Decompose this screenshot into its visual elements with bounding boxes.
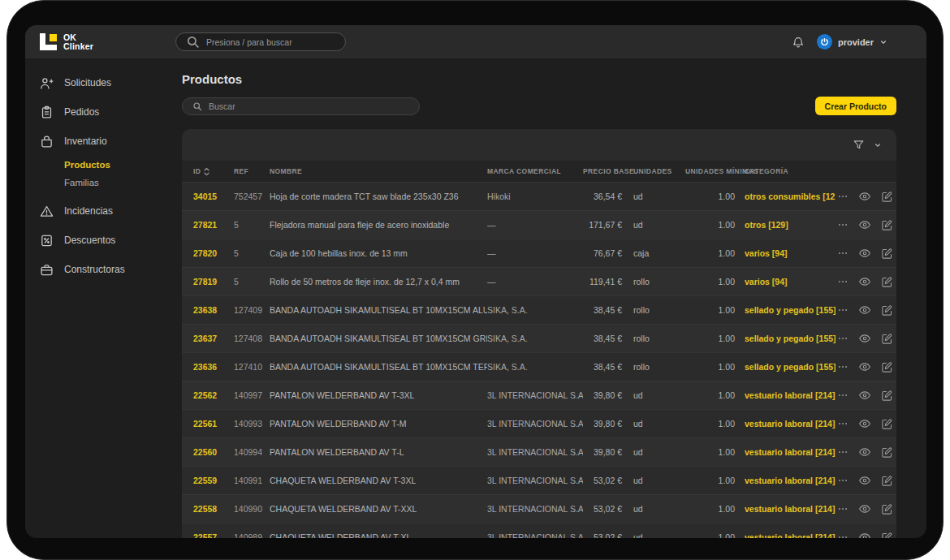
row-view-eye-button[interactable]: [857, 360, 872, 374]
product-id-link[interactable]: 22558: [193, 504, 234, 514]
table-row[interactable]: 27819 5 Rollo de 50 metros de fleje inox…: [182, 267, 896, 295]
row-edit-button[interactable]: [879, 530, 894, 538]
table-row[interactable]: 23636 127410 BANDA AUTOADH SIKAMULTISEAL…: [182, 352, 896, 381]
table-row[interactable]: 27821 5 Flejadora manual para fleje de a…: [182, 210, 896, 239]
sidebar-item-inventario[interactable]: Inventario: [25, 127, 182, 156]
product-category-link[interactable]: sellado y pegado [155]: [735, 362, 836, 372]
row-more-button[interactable]: [836, 303, 850, 317]
row-view-eye-button[interactable]: [857, 331, 872, 346]
row-edit-button[interactable]: [879, 473, 894, 488]
row-view-eye-button[interactable]: [857, 246, 872, 261]
product-id-link[interactable]: 27821: [193, 220, 234, 230]
product-category-link[interactable]: vestuario laboral [214]: [735, 476, 836, 485]
product-id-link[interactable]: 22561: [193, 419, 234, 429]
sidebar-item-solicitudes[interactable]: Solicitudes: [25, 68, 182, 97]
row-view-eye-button[interactable]: [857, 416, 872, 431]
product-category-link[interactable]: vestuario laboral [214]: [735, 390, 836, 400]
row-edit-button[interactable]: [879, 445, 894, 459]
product-id-link[interactable]: 23636: [193, 362, 234, 372]
row-more-button[interactable]: [836, 331, 850, 346]
sidebar-item-productos[interactable]: Productos: [64, 156, 182, 174]
product-category-link[interactable]: otros [129]: [735, 220, 836, 230]
sidebar-item-familias[interactable]: Familias: [64, 174, 182, 192]
row-view-eye-button[interactable]: [857, 274, 872, 289]
row-more-button[interactable]: [836, 246, 850, 261]
product-id-link[interactable]: 27820: [193, 248, 234, 258]
table-row[interactable]: 22558 140990 CHAQUETA WELDERBAND AV T-XX…: [182, 494, 896, 523]
product-category-link[interactable]: otros consumibles [121]: [735, 192, 836, 201]
product-id-link[interactable]: 22557: [193, 532, 234, 538]
sidebar-item-incidencias[interactable]: Incidencias: [25, 196, 182, 226]
filter-chevron-icon[interactable]: [870, 138, 885, 153]
row-edit-button[interactable]: [879, 218, 894, 232]
global-search[interactable]: [175, 32, 346, 51]
row-more-button[interactable]: [836, 274, 850, 289]
row-view-eye-button[interactable]: [857, 303, 872, 317]
product-category-link[interactable]: varios [94]: [735, 277, 836, 286]
product-category-link[interactable]: vestuario laboral [214]: [735, 532, 836, 538]
product-id-link[interactable]: 22562: [193, 390, 234, 400]
product-id-link[interactable]: 22559: [193, 476, 234, 485]
product-category-link[interactable]: vestuario laboral [214]: [735, 419, 836, 429]
product-id-link[interactable]: 34015: [193, 192, 234, 201]
row-more-button[interactable]: [836, 530, 850, 538]
table-row[interactable]: 22562 140997 PANTALON WELDERBAND AV T-3X…: [182, 381, 896, 409]
sidebar-item-pedidos[interactable]: Pedidos: [25, 97, 182, 127]
product-id-link[interactable]: 23637: [193, 334, 234, 343]
table-row[interactable]: 22561 140993 PANTALON WELDERBAND AV T-M …: [182, 409, 896, 437]
row-more-button[interactable]: [836, 502, 850, 516]
row-view-eye-button[interactable]: [857, 502, 872, 516]
product-price: 38,45 €: [583, 334, 622, 343]
global-search-input[interactable]: [206, 37, 335, 47]
table-row[interactable]: 22560 140994 PANTALON WELDERBAND AV T-L …: [182, 437, 896, 466]
product-category-link[interactable]: varios [94]: [735, 248, 836, 258]
table-row[interactable]: 27820 5 Caja de 100 hebillas inox. de 13…: [182, 239, 896, 267]
product-category-link[interactable]: sellado y pegado [155]: [735, 305, 836, 315]
table-row[interactable]: 34015 752457 Hoja de corte madera TCT sa…: [182, 182, 896, 210]
row-more-button[interactable]: [836, 473, 850, 488]
row-more-button[interactable]: [836, 445, 850, 459]
row-more-button[interactable]: [836, 360, 850, 374]
row-view-eye-button[interactable]: [857, 473, 872, 488]
row-view-eye-button[interactable]: [857, 388, 872, 403]
product-id-link[interactable]: 27819: [193, 277, 234, 286]
row-more-button[interactable]: [836, 189, 850, 204]
row-more-button[interactable]: [836, 388, 850, 403]
sidebar-item-constructoras[interactable]: Constructoras: [25, 255, 182, 284]
sidebar-item-descuentos[interactable]: Descuentos: [25, 226, 182, 255]
row-more-button[interactable]: [836, 218, 850, 232]
column-header-id[interactable]: ID: [193, 167, 234, 176]
row-edit-button[interactable]: [879, 189, 894, 204]
table-row[interactable]: 23637 127408 BANDA AUTOADH SIKAMULTISEAL…: [182, 324, 896, 352]
product-search[interactable]: [182, 97, 420, 115]
filter-funnel-icon[interactable]: [851, 138, 866, 153]
table-row[interactable]: 23638 127409 BANDA AUTOADH SIKAMULTISEAL…: [182, 295, 896, 324]
product-category-link[interactable]: vestuario laboral [214]: [735, 447, 836, 457]
table-row[interactable]: 22559 140991 CHAQUETA WELDERBAND AV T-3X…: [182, 466, 896, 494]
row-edit-button[interactable]: [879, 360, 894, 374]
user-menu[interactable]: provider: [817, 34, 887, 50]
row-edit-button[interactable]: [879, 388, 894, 403]
row-view-eye-button[interactable]: [857, 530, 872, 538]
row-view-eye-button[interactable]: [857, 218, 872, 232]
row-view-eye-button[interactable]: [857, 445, 872, 459]
row-edit-button[interactable]: [879, 331, 894, 346]
product-category-link[interactable]: sellado y pegado [155]: [735, 334, 836, 343]
row-more-button[interactable]: [836, 416, 850, 431]
product-category-link[interactable]: vestuario laboral [214]: [735, 504, 836, 514]
notifications-bell-icon[interactable]: [791, 35, 805, 50]
create-product-button[interactable]: Crear Producto: [815, 97, 896, 115]
row-edit-button[interactable]: [879, 502, 894, 516]
product-ref: 127410: [234, 362, 270, 372]
row-view-eye-button[interactable]: [857, 189, 872, 204]
product-id-link[interactable]: 22560: [193, 447, 234, 457]
product-price: 76,67 €: [583, 248, 622, 258]
row-edit-button[interactable]: [879, 246, 894, 261]
product-ref: 140994: [234, 447, 270, 457]
row-edit-button[interactable]: [879, 303, 894, 317]
row-edit-button[interactable]: [879, 274, 894, 289]
product-id-link[interactable]: 23638: [193, 305, 234, 315]
product-search-input[interactable]: [209, 101, 409, 111]
table-row[interactable]: 22557 140989 CHAQUETA WELDERBAND AV T-XL…: [182, 523, 896, 538]
row-edit-button[interactable]: [879, 416, 894, 431]
